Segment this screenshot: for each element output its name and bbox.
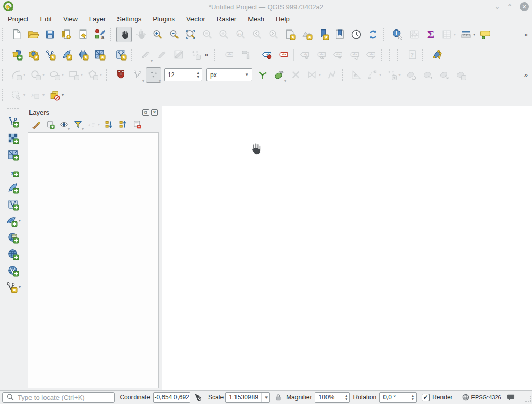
toolbar-grip[interactable] (7, 108, 19, 112)
map-canvas[interactable] (162, 106, 532, 390)
panel-float-icon[interactable]: ⧉ (142, 109, 149, 116)
crs-globe-icon[interactable] (461, 393, 470, 402)
magnifier-spin-arrows[interactable]: ▲▼ (345, 394, 349, 401)
locator-input[interactable]: Type to locate (Ctrl+K) (2, 392, 115, 403)
add-delimited-text-layer[interactable]: , (5, 163, 21, 179)
toolbar-grip[interactable] (342, 69, 345, 81)
toolbar-grip[interactable] (389, 49, 393, 61)
layer-diagram[interactable]: abc (275, 47, 291, 63)
messages-icon[interactable] (506, 393, 515, 402)
add-raster-layer[interactable] (5, 130, 21, 146)
zoom-in[interactable] (150, 27, 165, 42)
add-virtual-layer[interactable] (5, 197, 21, 212)
new-3d-map-view[interactable] (299, 27, 314, 42)
menu-edit[interactable]: Edit (34, 14, 57, 23)
new-mesh-layer[interactable] (92, 47, 107, 63)
panel-close-icon[interactable]: ✕ (151, 109, 158, 116)
close-icon[interactable]: ✕ (520, 2, 529, 11)
add-mesh-layer[interactable] (5, 147, 21, 162)
style-manager[interactable]: a (92, 27, 107, 42)
topological-editing[interactable] (255, 67, 270, 83)
scale-dropdown-icon[interactable]: ▼ (261, 393, 271, 402)
toolbar-grip[interactable] (110, 28, 113, 41)
filter-legend[interactable]: ▾ (71, 118, 84, 131)
menu-help[interactable]: Help (270, 14, 295, 23)
toolbar-grip[interactable] (131, 49, 135, 61)
expand-all[interactable] (102, 118, 115, 131)
new-scratch-layer[interactable]: ▾ (4, 279, 22, 295)
add-wfs-layer[interactable] (5, 263, 21, 278)
new-temporary-scratch-layer[interactable] (113, 47, 128, 63)
new-spatialite-layer[interactable] (58, 47, 74, 63)
row1-overflow[interactable]: » (523, 31, 532, 38)
toolbar-grip[interactable] (2, 89, 6, 101)
rotation-spin-arrows[interactable]: ▲▼ (411, 394, 416, 401)
add-oracle-layer[interactable]: ▾ (4, 213, 22, 229)
menu-view[interactable]: View (57, 14, 83, 23)
menu-vector[interactable]: Vector (181, 14, 211, 23)
toolbar-grip[interactable] (214, 49, 218, 61)
toolbar-grip[interactable] (422, 49, 426, 61)
toolbar-grip[interactable] (383, 28, 387, 41)
resize-grip[interactable] (525, 396, 531, 402)
toggle-extents-icon[interactable] (193, 393, 202, 402)
layers-tree[interactable] (28, 132, 159, 388)
toolbar-grip[interactable] (381, 49, 385, 61)
statistical-summary[interactable]: Σ (423, 27, 438, 42)
new-shapefile-layer[interactable] (42, 47, 57, 63)
refresh-map[interactable] (365, 27, 380, 42)
layer-labeling[interactable]: ab (259, 47, 274, 63)
menu-settings[interactable]: Settings (111, 14, 147, 23)
manage-map-themes[interactable]: ▾ (57, 118, 70, 131)
collapse-all[interactable] (116, 118, 129, 131)
data-source-manager[interactable] (9, 47, 24, 63)
show-layout-manager[interactable] (75, 27, 91, 42)
snapping-unit[interactable]: px▼ (206, 68, 252, 81)
snapping-tolerance[interactable]: 12▲▼ (164, 68, 202, 81)
add-wms-layer[interactable] (5, 230, 21, 245)
show-bookmarks[interactable] (332, 27, 347, 42)
toolbar-grip[interactable] (106, 69, 110, 81)
toolbar-grip[interactable] (2, 49, 6, 61)
new-project[interactable] (9, 27, 24, 42)
pan-map[interactable] (116, 27, 132, 42)
add-wcs-layer[interactable] (5, 246, 21, 262)
identify-features[interactable]: i (390, 27, 405, 42)
render-checkbox[interactable]: ✓ (422, 394, 430, 401)
open-project[interactable] (25, 27, 41, 42)
coordinate-input[interactable]: -0,654 0,692 (153, 392, 190, 403)
enable-snapping[interactable] (113, 67, 128, 83)
new-spatial-bookmark[interactable] (315, 27, 331, 42)
add-spatialite-layer[interactable] (5, 180, 21, 196)
temporal-controller[interactable] (348, 27, 364, 42)
map-tips[interactable] (478, 27, 493, 42)
menu-mesh[interactable]: Mesh (242, 14, 270, 23)
crs-label[interactable]: EPSG:4326 (471, 394, 501, 400)
toolbar-grip[interactable] (2, 69, 6, 81)
snapping-mode[interactable]: ▾ (146, 67, 161, 83)
lock-scale-icon[interactable] (274, 393, 283, 402)
maximize-icon[interactable]: ⌃ (507, 4, 512, 10)
toolbar-grip[interactable] (2, 28, 6, 41)
new-map-view[interactable] (282, 27, 298, 42)
scale-combo[interactable]: 1:1530989 ▼ (225, 392, 270, 403)
zoom-out[interactable] (166, 27, 182, 42)
combo-dropdown-icon[interactable]: ▼ (242, 69, 252, 81)
add-group[interactable] (43, 118, 56, 131)
deselect-features-all-layers[interactable]: ▾ (47, 87, 65, 103)
zoom-full[interactable] (183, 27, 198, 42)
minimize-icon[interactable]: ⌄ (495, 4, 500, 10)
menu-layer[interactable]: Layer (83, 14, 112, 23)
toolbar-grip[interactable] (397, 49, 401, 61)
digitizing-overflow[interactable]: » (203, 51, 212, 58)
menu-project[interactable]: Project (2, 14, 34, 23)
open-layer-styling-panel[interactable] (29, 118, 42, 131)
add-vector-layer[interactable] (5, 114, 21, 129)
save-project[interactable] (42, 27, 57, 42)
spin-arrows[interactable]: ▲▼ (196, 71, 202, 79)
remove-layer-group[interactable] (130, 118, 143, 131)
measure-line[interactable]: ▾ (459, 27, 477, 42)
new-print-layout[interactable] (58, 27, 74, 42)
avoid-overlap[interactable]: ▾ (271, 67, 287, 83)
magnifier-spinbox[interactable]: 100% ▲▼ (315, 392, 350, 403)
